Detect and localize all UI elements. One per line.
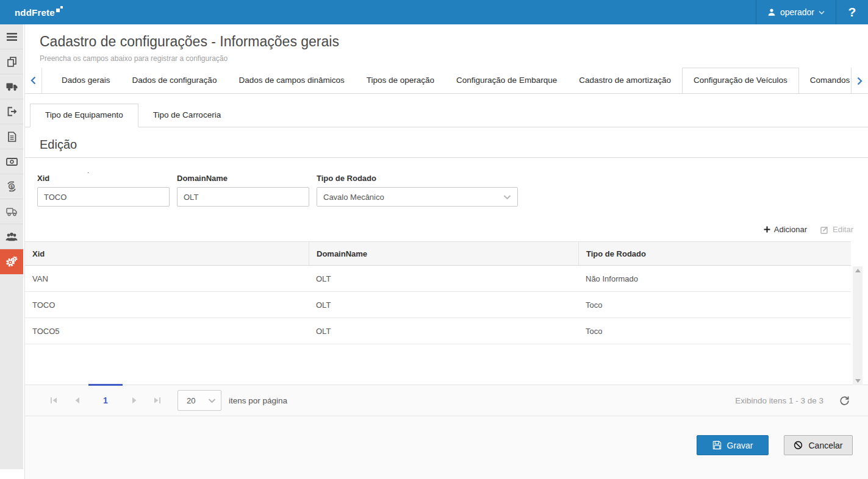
edit-button[interactable]: Editar (820, 225, 853, 234)
save-icon (712, 441, 722, 450)
table-row[interactable]: TOCO OLT Toco (25, 292, 851, 318)
brand-text: nddFrete (15, 7, 55, 18)
seek-first-icon (50, 397, 57, 404)
refresh-button[interactable] (839, 396, 850, 406)
tipo-de-rodado-label: Tipo de Rodado (317, 174, 518, 183)
arrow-left-icon (74, 397, 80, 404)
xid-input[interactable] (37, 187, 170, 207)
menu-icon (7, 33, 17, 41)
sidebar-item-document[interactable] (0, 124, 23, 149)
row-cell: OLT (309, 266, 578, 291)
page-header: Cadastro de configurações - Informações … (25, 24, 868, 68)
row-cell: Não Informado (578, 266, 851, 291)
add-button-label: Adicionar (774, 225, 807, 234)
scroll-down-icon (855, 379, 861, 383)
current-page-number: 1 (103, 396, 108, 405)
sidebar-item-menu[interactable] (0, 24, 23, 49)
pager-last-button[interactable] (146, 385, 169, 416)
tab-tipos-de-operacao[interactable]: Tipos de operação (356, 68, 445, 93)
table-row[interactable]: TOCO5 OLT Toco (25, 318, 851, 344)
topbar: nddFrete operador ? (0, 0, 868, 24)
sidebar: $ (0, 24, 23, 479)
add-button[interactable]: Adicionar (764, 225, 807, 234)
save-button[interactable]: Gravar (697, 435, 769, 455)
footer-actions: Gravar Cancelar (25, 416, 868, 479)
row-cell: Toco (578, 292, 851, 318)
scroll-up-icon (855, 269, 861, 272)
row-cell: OLT (309, 292, 578, 318)
grid-header-domainname[interactable]: DomainName (309, 242, 578, 265)
app-logo: nddFrete (0, 0, 63, 24)
tab-configuracao-de-veiculos[interactable]: Configuração de Veículos (682, 68, 799, 94)
edit-section-header: Edição (25, 127, 868, 158)
grid-header-xid[interactable]: Xid (25, 242, 309, 265)
pager-previous-button[interactable] (65, 385, 88, 416)
help-label: ? (848, 5, 856, 20)
page-size-value: 20 (187, 396, 208, 405)
save-button-label: Gravar (727, 441, 753, 450)
cancel-icon (794, 441, 803, 450)
equipment-grid: Xid DomainName Tipo de Rodado VAN OLT Nã… (25, 241, 868, 385)
brand-squares-icon (56, 6, 63, 13)
tabs-scroll-right-button[interactable] (851, 68, 868, 94)
grid-empty-area (25, 344, 851, 385)
tabstrip: Dados gerais Dados de configuração Dados… (25, 68, 868, 94)
tab-dados-gerais[interactable]: Dados gerais (51, 68, 121, 93)
tab-dados-de-campos-dinamicos[interactable]: Dados de campos dinâmicos (228, 68, 355, 93)
chevron-right-icon (857, 77, 863, 85)
truck-icon (6, 82, 18, 91)
sidebar-item-settings[interactable] (0, 249, 23, 274)
main-content: Cadastro de configurações - Informações … (24, 24, 868, 479)
sidebar-item-money[interactable] (0, 149, 23, 174)
page-size-select[interactable]: 20 (178, 390, 221, 411)
page-size-label: itens por página (229, 396, 287, 405)
subtab-tipo-de-carroceria[interactable]: Tipo de Carroceria (138, 104, 235, 127)
pager-first-button[interactable] (42, 385, 65, 416)
help-button[interactable]: ? (836, 0, 868, 24)
stray-dot: . (87, 167, 89, 174)
users-icon (5, 232, 18, 241)
sidebar-item-sign-out[interactable] (0, 99, 23, 124)
sidebar-item-currency-exchange[interactable]: $ (0, 174, 23, 199)
user-label: operador (780, 7, 814, 17)
tab-dados-de-configuracao[interactable]: Dados de configuração (121, 68, 228, 93)
edit-button-label: Editar (833, 225, 853, 234)
cancel-button[interactable]: Cancelar (784, 435, 853, 455)
sidebar-item-truck[interactable] (0, 74, 23, 99)
table-row[interactable]: VAN OLT Não Informado (25, 266, 851, 292)
subtab-tipo-de-equipamento[interactable]: Tipo de Equipamento (30, 104, 138, 127)
sidebar-item-delivery-truck[interactable] (0, 199, 23, 224)
arrow-right-icon (132, 397, 137, 404)
sidebar-item-users[interactable] (0, 224, 23, 249)
chevron-down-icon (819, 10, 825, 15)
row-cell: VAN (25, 266, 309, 291)
grid-actions: Adicionar Editar (25, 225, 868, 234)
domainname-input[interactable] (177, 187, 309, 207)
topbar-spacer (63, 0, 756, 24)
document-icon (7, 132, 16, 142)
pager-page-1[interactable]: 1 (88, 385, 123, 416)
currency-exchange-icon: $ (6, 181, 17, 192)
tipo-de-rodado-select[interactable]: Cavalo Mecânico (317, 187, 518, 207)
tabs-scroll-left-button[interactable] (25, 68, 42, 93)
grid-header-row: Xid DomainName Tipo de Rodado (25, 241, 851, 266)
tab-cadastro-de-amortizacao[interactable]: Cadastro de amortização (568, 68, 682, 93)
edit-form: . Xid DomainName Tipo de Rodado Cavalo M… (25, 174, 868, 207)
user-menu[interactable]: operador (756, 0, 836, 24)
page-subtitle: Preencha os campos abaixo para registrar… (40, 54, 853, 63)
subtabstrip: Tipo de Equipamento Tipo de Carroceria (25, 104, 868, 127)
edit-section-title: Edição (40, 138, 853, 152)
pager-next-button[interactable] (123, 385, 146, 416)
chevron-left-icon (30, 76, 36, 85)
tab-configuracao-de-embarque[interactable]: Configuração de Embarque (445, 68, 568, 93)
row-cell: OLT (309, 318, 578, 344)
copy-icon (7, 57, 17, 67)
grid-header-tipo-de-rodado[interactable]: Tipo de Rodado (578, 242, 851, 265)
sidebar-item-copy[interactable] (0, 49, 23, 74)
cancel-button-label: Cancelar (808, 441, 842, 450)
grid-vertical-scrollbar[interactable] (853, 266, 863, 385)
money-bill-icon (6, 158, 18, 166)
domainname-label: DomainName (177, 174, 309, 183)
gears-icon (5, 256, 18, 267)
row-cell: TOCO5 (25, 318, 309, 344)
